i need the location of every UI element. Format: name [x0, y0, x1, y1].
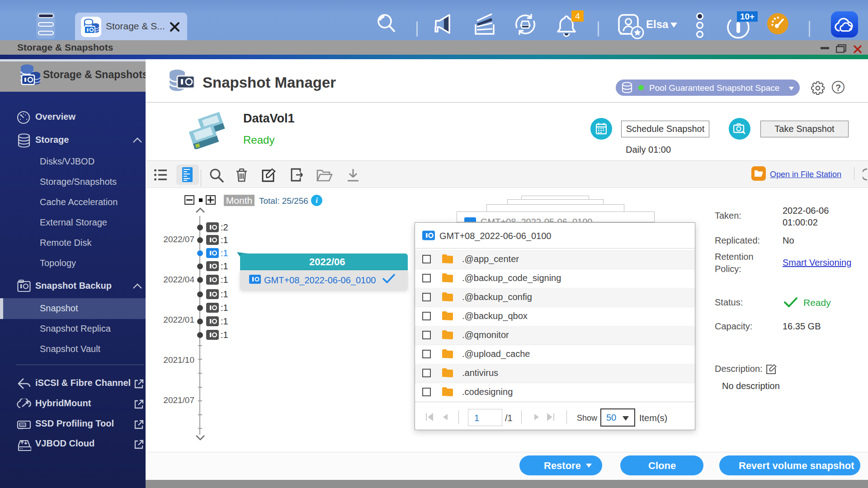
svg-text:SSD: SSD	[20, 423, 26, 427]
